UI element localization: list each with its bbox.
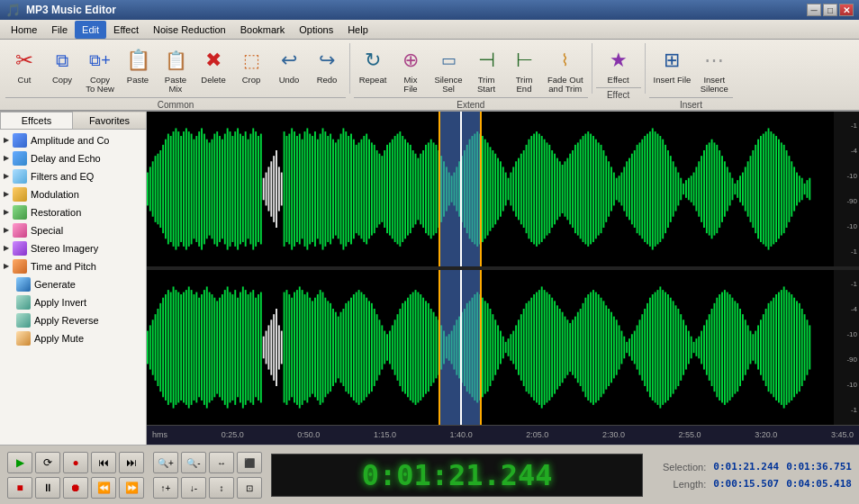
zoom-full-button[interactable]: ⬛ bbox=[237, 452, 262, 473]
redo-button[interactable]: ↪ Redo bbox=[308, 43, 346, 97]
sidebar-item-modulation[interactable]: ▶ Modulation bbox=[0, 185, 146, 203]
stop-button[interactable]: ■ bbox=[7, 477, 32, 499]
svg-rect-258 bbox=[809, 178, 810, 201]
copy-to-new-button[interactable]: ⧉+ Copy To New bbox=[81, 43, 119, 97]
menu-help[interactable]: Help bbox=[340, 21, 375, 39]
svg-rect-186 bbox=[623, 166, 625, 211]
maximize-button[interactable]: □ bbox=[823, 4, 837, 16]
tl-115: 1:15.0 bbox=[374, 430, 396, 439]
crop-button[interactable]: ⬚ Crop bbox=[232, 43, 270, 97]
sidebar-label-time-pitch: Time and Pitch bbox=[31, 261, 96, 272]
svg-rect-462 bbox=[667, 294, 669, 400]
svg-rect-165 bbox=[569, 154, 571, 225]
delete-button[interactable]: ✖ Delete bbox=[194, 43, 232, 97]
svg-rect-151 bbox=[533, 133, 535, 244]
svg-rect-22 bbox=[201, 128, 203, 249]
zoom-fit-v-button[interactable]: ↕ bbox=[209, 477, 234, 499]
zoom-fit-h-button[interactable]: ↔ bbox=[209, 452, 234, 473]
sidebar-tab-favorites[interactable]: Favorites bbox=[73, 112, 146, 129]
zoom-in-button[interactable]: 🔍+ bbox=[153, 452, 178, 473]
svg-rect-215 bbox=[698, 161, 700, 216]
svg-rect-131 bbox=[482, 136, 484, 242]
svg-rect-325 bbox=[314, 298, 316, 398]
mix-file-button[interactable]: ⊕ Mix File bbox=[392, 43, 430, 97]
menu-home[interactable]: Home bbox=[4, 21, 44, 39]
zoom-out-v-button[interactable]: ↓- bbox=[181, 477, 206, 499]
goto-end-button[interactable]: ⏭ bbox=[119, 452, 144, 473]
sidebar-item-apply-invert[interactable]: Apply Invert bbox=[0, 293, 146, 311]
menu-effect[interactable]: Effect bbox=[106, 21, 146, 39]
menubar: Home File Edit Effect Noise Reduction Bo… bbox=[0, 20, 859, 40]
pause-button[interactable]: ⏸ bbox=[35, 477, 60, 499]
cut-button[interactable]: ✂ Cut bbox=[5, 43, 43, 97]
undo-button[interactable]: ↩ Undo bbox=[270, 43, 308, 97]
menu-edit[interactable]: Edit bbox=[75, 21, 106, 39]
copy-button[interactable]: ⧉ Copy bbox=[43, 43, 81, 97]
copy-label: Copy bbox=[52, 76, 72, 85]
minimize-button[interactable]: ─ bbox=[807, 4, 821, 16]
effect-button[interactable]: ★ Effect bbox=[596, 43, 641, 87]
sidebar-item-delay[interactable]: ▶ Delay and Echo bbox=[0, 149, 146, 167]
expand-arrow-amplitude: ▶ bbox=[4, 136, 9, 144]
sidebar-item-apply-mute[interactable]: Apply Mute bbox=[0, 329, 146, 347]
svg-rect-510 bbox=[791, 294, 792, 400]
fade-out-button[interactable]: ⌇ Fade Out and Trim bbox=[543, 43, 588, 97]
svg-rect-78 bbox=[345, 131, 347, 247]
play-button[interactable]: ▶ bbox=[7, 452, 32, 473]
sidebar-item-restoration[interactable]: ▶ Restoration bbox=[0, 203, 146, 221]
sidebar-tab-effects[interactable]: Effcets bbox=[0, 112, 73, 129]
zoom-sel-button[interactable]: ⊡ bbox=[237, 477, 262, 499]
menu-noise-reduction[interactable]: Noise Reduction bbox=[146, 21, 233, 39]
sidebar-item-amplitude[interactable]: ▶ Amplitude and Co bbox=[0, 131, 146, 149]
menu-options[interactable]: Options bbox=[292, 21, 340, 39]
svg-rect-200 bbox=[659, 136, 661, 242]
sidebar-item-filters[interactable]: ▶ Filters and EQ bbox=[0, 167, 146, 185]
expand-arrow-special: ▶ bbox=[4, 226, 9, 234]
svg-rect-390 bbox=[482, 298, 484, 398]
menu-bookmark[interactable]: Bookmark bbox=[233, 21, 293, 39]
zoom-in-v-button[interactable]: ↑+ bbox=[153, 477, 178, 499]
sidebar-label-apply-mute: Apply Mute bbox=[34, 333, 84, 344]
paste-button[interactable]: 📋 Paste bbox=[119, 43, 157, 97]
repeat-button[interactable]: ↻ Repeat bbox=[354, 43, 392, 97]
svg-rect-502 bbox=[770, 301, 772, 393]
svg-rect-513 bbox=[799, 303, 800, 392]
svg-rect-355 bbox=[392, 325, 393, 369]
close-button[interactable]: ✕ bbox=[839, 4, 854, 16]
forward-button[interactable]: ⏩ bbox=[119, 477, 144, 499]
track-top[interactable]: -1 -4 -10 -90 -10 -1 bbox=[147, 112, 859, 266]
loop-button[interactable]: ⟳ bbox=[35, 452, 60, 473]
svg-rect-16 bbox=[185, 128, 187, 249]
svg-rect-27 bbox=[213, 133, 215, 244]
sidebar-item-time-pitch[interactable]: ▶ Time and Pitch bbox=[0, 257, 146, 275]
sidebar-item-apply-reverse[interactable]: Apply Reverse bbox=[0, 311, 146, 329]
record-button[interactable]: ● bbox=[63, 452, 88, 473]
svg-rect-408 bbox=[528, 301, 529, 393]
svg-rect-440 bbox=[610, 312, 612, 383]
sidebar-item-generate[interactable]: Generate bbox=[0, 275, 146, 293]
zoom-out-button[interactable]: 🔍- bbox=[181, 452, 206, 473]
insert-file-button[interactable]: ⊞ Insert File bbox=[649, 43, 696, 97]
menu-file[interactable]: File bbox=[44, 21, 75, 39]
svg-rect-218 bbox=[706, 145, 708, 233]
sidebar-item-special[interactable]: ▶ Special bbox=[0, 221, 146, 239]
svg-rect-161 bbox=[559, 161, 561, 216]
trim-end-button[interactable]: ⊢ Trim End bbox=[505, 43, 543, 97]
silence-sel-button[interactable]: ▭ Silence Sel bbox=[430, 43, 467, 97]
playhead-bottom bbox=[460, 270, 462, 425]
paste-mix-button[interactable]: 📋 Paste Mix bbox=[157, 43, 194, 97]
undo-icon: ↩ bbox=[275, 46, 303, 75]
insert-silence-button[interactable]: ⋯ Insert Silence bbox=[695, 43, 733, 97]
svg-rect-489 bbox=[737, 303, 738, 392]
trim-start-button[interactable]: ⊣ Trim Start bbox=[467, 43, 505, 97]
rewind-button[interactable]: ⏪ bbox=[91, 477, 116, 499]
db-label-b90: -90 bbox=[836, 356, 857, 364]
svg-rect-464 bbox=[673, 301, 674, 393]
svg-rect-418 bbox=[554, 301, 556, 393]
svg-rect-305 bbox=[263, 337, 265, 359]
goto-start-button[interactable]: ⏮ bbox=[91, 452, 116, 473]
track-bottom[interactable]: -1 -4 -10 -90 -10 -1 bbox=[147, 270, 859, 425]
sidebar-item-stereo[interactable]: ▶ Stereo Imagery bbox=[0, 239, 146, 257]
redo-icon: ↪ bbox=[312, 46, 341, 75]
record2-button[interactable]: ⏺ bbox=[63, 477, 88, 499]
